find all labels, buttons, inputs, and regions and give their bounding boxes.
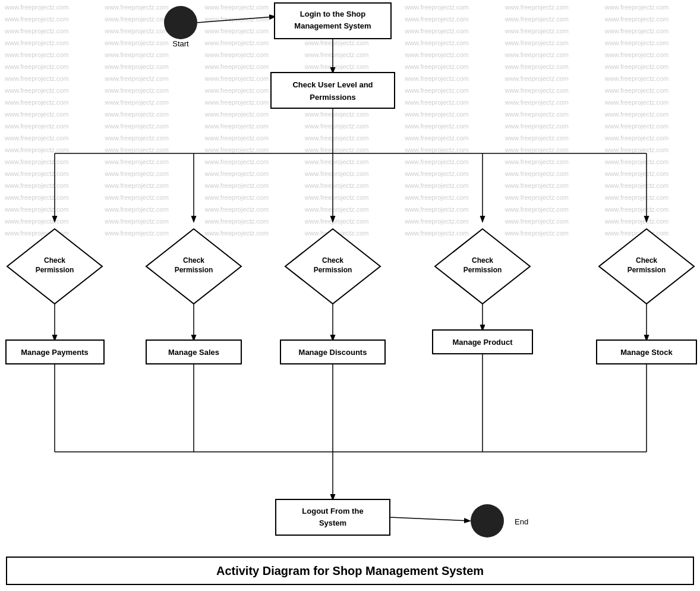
logout-text-line2: System xyxy=(319,518,346,527)
end-label: End xyxy=(515,517,528,526)
svg-text:Permission: Permission xyxy=(463,266,502,274)
logout-box xyxy=(276,499,390,535)
start-circle xyxy=(164,6,197,39)
login-box xyxy=(275,3,391,39)
diagram-container: Start Login to the Shop Management Syste… xyxy=(0,0,700,591)
svg-line-0 xyxy=(197,17,275,23)
logout-text-line1: Logout From the xyxy=(302,507,363,515)
manage-product-text: Manage Product xyxy=(452,338,513,347)
svg-text:Check: Check xyxy=(44,256,65,265)
svg-text:Permission: Permission xyxy=(175,266,213,274)
login-text-line2: Management System xyxy=(294,21,371,30)
check-user-text-line2: Permissions xyxy=(310,93,355,102)
svg-text:Check: Check xyxy=(472,256,493,265)
svg-text:Check: Check xyxy=(322,256,343,265)
svg-text:Permission: Permission xyxy=(628,266,666,274)
manage-discounts-text: Manage Discounts xyxy=(299,348,367,357)
start-label: Start xyxy=(172,39,189,48)
svg-text:Permission: Permission xyxy=(36,266,74,274)
login-text-line1: Login to the Shop xyxy=(300,10,366,18)
manage-sales-text: Manage Sales xyxy=(168,348,219,357)
end-circle xyxy=(471,504,504,537)
check-user-text-line1: Check User Level and xyxy=(292,80,373,89)
bottom-title-bar: Activity Diagram for Shop Management Sys… xyxy=(6,557,694,585)
manage-stock-text: Manage Stock xyxy=(620,348,673,357)
svg-line-31 xyxy=(390,517,469,521)
svg-text:Permission: Permission xyxy=(314,266,352,274)
diagram-title: Activity Diagram for Shop Management Sys… xyxy=(216,564,484,578)
check-user-box xyxy=(271,73,395,108)
svg-text:Check: Check xyxy=(183,256,204,265)
svg-text:Check: Check xyxy=(636,256,657,265)
manage-payments-text: Manage Payments xyxy=(21,348,88,357)
